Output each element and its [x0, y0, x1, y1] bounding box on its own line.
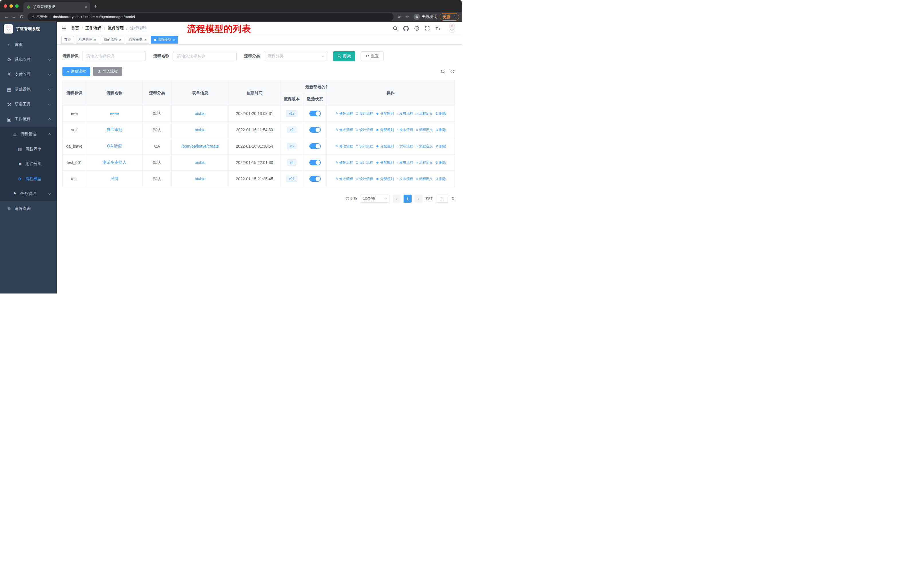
modify-process-link[interactable]: ✎修改流程: [335, 177, 353, 182]
delete-link[interactable]: ⊘删除: [436, 144, 446, 149]
sidebar-item-user-group[interactable]: ☻用户分组: [0, 157, 57, 171]
zoom-window-button[interactable]: [15, 4, 19, 8]
design-process-link[interactable]: ⊙设计流程: [355, 111, 373, 116]
delete-link[interactable]: ⊘删除: [436, 177, 446, 182]
table-refresh-icon[interactable]: [450, 69, 455, 74]
page-1-button[interactable]: 1: [404, 195, 412, 203]
sidebar-item-system-management[interactable]: ⚙系统管理: [0, 52, 57, 67]
delete-link[interactable]: ⊘删除: [436, 127, 446, 132]
page-size-select[interactable]: 10条/页: [360, 195, 390, 203]
modify-process-link[interactable]: ✎修改流程: [335, 127, 353, 132]
breadcrumb-item[interactable]: 工作流程: [85, 26, 101, 31]
assign-rule-link[interactable]: ☻分配规则: [376, 144, 394, 149]
security-warning-icon[interactable]: ⚠: [31, 15, 35, 19]
forward-icon[interactable]: →: [10, 14, 18, 20]
process-name-link[interactable]: 自己审批: [107, 127, 122, 132]
sidebar-item-process-management[interactable]: ≣流程管理: [0, 127, 57, 142]
modify-process-link[interactable]: ✎修改流程: [335, 111, 353, 116]
delete-link[interactable]: ⊘删除: [436, 111, 446, 116]
form-info-link[interactable]: /bpm/oa/leave/create: [181, 144, 219, 149]
back-icon[interactable]: ←: [3, 14, 10, 20]
modify-process-link[interactable]: ✎修改流程: [335, 160, 353, 165]
breadcrumb-item[interactable]: 流程管理: [108, 26, 124, 31]
tag-close-icon[interactable]: ×: [119, 38, 121, 42]
search-icon[interactable]: [393, 26, 398, 31]
sidebar-item-leave-query[interactable]: ☺请假查询: [0, 201, 57, 216]
tag-close-icon[interactable]: ×: [144, 38, 146, 42]
tag-close-icon[interactable]: ×: [94, 38, 96, 42]
process-definition-link[interactable]: ∞流程定义: [416, 144, 433, 149]
fullscreen-icon[interactable]: [425, 26, 430, 31]
assign-rule-link[interactable]: ☻分配规则: [376, 160, 394, 165]
tag-close-icon[interactable]: ×: [173, 38, 175, 42]
url-text[interactable]: dashboard.yudao.iocoder.cn/bpm/manager/m…: [53, 15, 135, 19]
breadcrumb-item[interactable]: 首页: [71, 26, 79, 31]
import-process-button[interactable]: 导入流程: [93, 67, 122, 76]
process-id-input[interactable]: [82, 51, 146, 61]
process-definition-link[interactable]: ∞流程定义: [416, 177, 433, 182]
sidebar-item-devtools[interactable]: ⚒研发工具: [0, 97, 57, 112]
process-name-link[interactable]: 滔博: [111, 176, 119, 181]
form-info-link[interactable]: biubiu: [195, 111, 205, 116]
sidebar-item-payment-management[interactable]: ¥支付管理: [0, 67, 57, 82]
assign-rule-link[interactable]: ☻分配规则: [376, 177, 394, 182]
app-logo[interactable]: 芋道管理系统: [0, 22, 57, 36]
browser-menu-icon[interactable]: ⋮: [452, 15, 456, 19]
tag-home[interactable]: 首页: [61, 36, 74, 43]
design-process-link[interactable]: ⊙设计流程: [355, 127, 373, 132]
tab-close-icon[interactable]: ×: [84, 5, 87, 10]
process-name-input[interactable]: [173, 51, 237, 61]
delete-link[interactable]: ⊘删除: [436, 160, 446, 165]
font-size-icon[interactable]: TT: [436, 26, 441, 31]
publish-process-link[interactable]: ☝发布流程: [396, 160, 413, 165]
tag-tenant[interactable]: 租户管理×: [76, 36, 99, 43]
user-avatar[interactable]: [447, 23, 457, 34]
prev-page-button[interactable]: ‹: [393, 195, 401, 203]
design-process-link[interactable]: ⊙设计流程: [355, 160, 373, 165]
design-process-link[interactable]: ⊙设计流程: [355, 177, 373, 182]
hamburger-icon[interactable]: [61, 26, 67, 31]
sidebar-item-task-management[interactable]: ⚑任务管理: [0, 186, 57, 201]
process-definition-link[interactable]: ∞流程定义: [416, 127, 433, 132]
publish-process-link[interactable]: ☝发布流程: [396, 177, 413, 182]
sidebar-item-process-model[interactable]: ✈流程模型: [0, 171, 57, 186]
tag-process-form[interactable]: 流程表单×: [126, 36, 149, 43]
sidebar-item-process-form[interactable]: ▥流程表单: [0, 142, 57, 157]
browser-tab[interactable]: 芋道管理系统 ×: [23, 2, 90, 12]
publish-process-link[interactable]: ☝发布流程: [396, 144, 413, 149]
design-process-link[interactable]: ⊙设计流程: [355, 144, 373, 149]
sidebar-item-home[interactable]: ⌂首页: [0, 37, 57, 52]
reload-icon[interactable]: [18, 14, 25, 19]
new-tab-button[interactable]: +: [94, 3, 97, 10]
process-category-select[interactable]: 流程分类: [264, 51, 327, 61]
reset-button[interactable]: 重置: [361, 51, 383, 61]
password-key-icon[interactable]: [396, 14, 403, 19]
update-button[interactable]: 更新 ⋮: [440, 13, 459, 21]
bookmark-star-icon[interactable]: ☆: [403, 14, 411, 20]
process-name-link[interactable]: OA 请假: [107, 144, 122, 148]
status-toggle[interactable]: [309, 176, 321, 182]
search-button[interactable]: 搜索: [333, 51, 355, 61]
next-page-button[interactable]: ›: [414, 195, 422, 203]
publish-process-link[interactable]: ☝发布流程: [396, 127, 413, 132]
close-window-button[interactable]: [4, 4, 7, 8]
status-toggle[interactable]: [309, 127, 321, 133]
goto-page-input[interactable]: [436, 195, 448, 203]
modify-process-link[interactable]: ✎修改流程: [335, 144, 353, 149]
publish-process-link[interactable]: ☝发布流程: [396, 111, 413, 116]
form-info-link[interactable]: biubiu: [195, 127, 205, 132]
tag-process-model[interactable]: 流程模型×: [151, 36, 178, 43]
help-icon[interactable]: ?: [414, 26, 419, 31]
github-icon[interactable]: [403, 26, 409, 31]
assign-rule-link[interactable]: ☻分配规则: [376, 127, 394, 132]
status-toggle[interactable]: [309, 111, 321, 116]
address-bar[interactable]: ⚠ 不安全 dashboard.yudao.iocoder.cn/bpm/man…: [28, 13, 394, 21]
table-search-icon[interactable]: [441, 69, 446, 74]
process-name-link[interactable]: eeee: [110, 111, 119, 116]
sidebar-item-infrastructure[interactable]: ▤基础设施: [0, 82, 57, 97]
process-definition-link[interactable]: ∞流程定义: [416, 111, 433, 116]
assign-rule-link[interactable]: ☻分配规则: [376, 111, 394, 116]
sidebar-item-workflow[interactable]: ▣工作流程: [0, 112, 57, 127]
process-name-link[interactable]: 测试多审批人: [102, 160, 127, 165]
tag-my-process[interactable]: 我的流程×: [101, 36, 124, 43]
